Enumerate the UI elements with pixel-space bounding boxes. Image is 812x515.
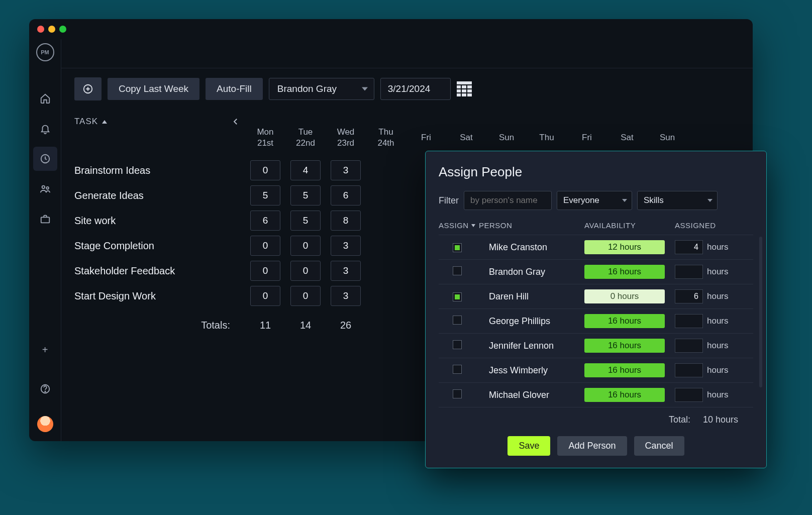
people-icon[interactable]	[33, 177, 57, 201]
window-zoom-icon[interactable]	[59, 26, 66, 33]
total-cell: 26	[326, 320, 366, 331]
person-dropdown[interactable]: Brandon Gray	[269, 78, 374, 100]
hour-cell[interactable]: 0	[290, 261, 321, 281]
hour-cell[interactable]: 6	[331, 185, 361, 205]
window-minimize-icon[interactable]	[48, 26, 55, 33]
task-name[interactable]: Site work	[74, 215, 245, 227]
hour-cell[interactable]: 0	[250, 286, 280, 306]
assigned-hours-input[interactable]	[675, 289, 703, 303]
hours-label: hours	[707, 341, 729, 351]
availability-badge: 16 hours	[584, 339, 665, 353]
assigned-column-header[interactable]: ASSIGNED	[675, 221, 750, 230]
assign-checkbox[interactable]	[453, 266, 462, 275]
hour-cell[interactable]: 5	[250, 185, 280, 205]
filter-label: Filter	[439, 195, 459, 206]
availability-badge: 0 hours	[584, 289, 665, 303]
day-column: Sun	[647, 132, 687, 143]
scope-dropdown[interactable]: Everyone	[557, 191, 632, 210]
assign-checkbox[interactable]	[453, 316, 462, 325]
copy-last-week-button[interactable]: Copy Last Week	[108, 78, 199, 100]
person-dropdown-value: Brandon Gray	[277, 83, 337, 94]
hour-cell[interactable]: 5	[290, 185, 321, 205]
skills-dropdown[interactable]: Skills	[637, 191, 718, 210]
availability-badge: 12 hours	[584, 240, 665, 254]
assigned-hours-input[interactable]	[675, 265, 703, 279]
hour-cell[interactable]: 0	[250, 160, 280, 180]
availability-badge: 16 hours	[584, 388, 665, 402]
task-name[interactable]: Brainstorm Ideas	[74, 165, 245, 176]
briefcase-icon[interactable]	[33, 207, 57, 231]
assigned-hours-input[interactable]	[675, 363, 703, 377]
sort-asc-icon	[102, 120, 107, 124]
task-name[interactable]: Stakeholder Feedback	[74, 265, 245, 277]
total-label: Total:	[669, 415, 690, 425]
scrollbar[interactable]	[759, 237, 762, 387]
hour-cell[interactable]: 8	[331, 211, 361, 231]
availability-badge: 16 hours	[584, 363, 665, 377]
hour-cell[interactable]: 3	[331, 160, 361, 180]
people-table-header: ASSIGN PERSON AVAILABILITY ASSIGNED	[439, 217, 753, 235]
home-icon[interactable]	[33, 86, 57, 111]
assigned-hours-input[interactable]	[675, 314, 703, 328]
hour-cell[interactable]: 0	[290, 236, 321, 256]
day-column: Fri	[567, 132, 607, 143]
total-value: 10 hours	[703, 415, 738, 425]
assign-checkbox[interactable]	[453, 365, 462, 374]
svg-point-1	[42, 186, 45, 189]
help-icon[interactable]	[33, 377, 57, 401]
toolbar: Copy Last Week Auto-Fill Brandon Gray 3/…	[61, 68, 753, 110]
hour-cell[interactable]: 6	[250, 211, 280, 231]
hours-label: hours	[707, 365, 729, 375]
day-column: Fri	[406, 132, 446, 143]
auto-fill-button[interactable]: Auto-Fill	[206, 78, 263, 100]
task-column-header[interactable]: TASK	[74, 117, 245, 127]
day-column: Sat	[446, 132, 486, 143]
person-column-header[interactable]: PERSON	[479, 221, 584, 230]
bell-icon[interactable]	[33, 117, 57, 141]
person-name: Brandon Gray	[489, 267, 584, 277]
person-row: Jennifer Lennon16 hourshours	[439, 334, 753, 358]
window-close-icon[interactable]	[37, 26, 44, 33]
day-column: Mon21st	[245, 127, 285, 149]
assign-checkbox[interactable]	[453, 340, 462, 349]
hour-cell[interactable]: 0	[250, 261, 280, 281]
filter-input[interactable]	[464, 191, 552, 210]
dialog-title: Assign People	[439, 164, 753, 180]
clock-icon[interactable]	[33, 147, 57, 171]
assign-checkbox[interactable]	[453, 389, 462, 398]
hour-cell[interactable]: 3	[331, 236, 361, 256]
task-name[interactable]: Start Design Work	[74, 290, 245, 302]
save-button[interactable]: Save	[508, 436, 550, 456]
availability-badge: 16 hours	[584, 265, 665, 279]
assigned-hours-input[interactable]	[675, 240, 703, 254]
app-logo[interactable]: PM	[36, 43, 54, 61]
availability-column-header[interactable]: AVAILABILITY	[584, 221, 675, 230]
avatar[interactable]	[37, 416, 53, 432]
dialog-total-row: Total: 10 hours	[439, 407, 753, 425]
hour-cell[interactable]: 0	[290, 286, 321, 306]
assign-checkbox[interactable]	[453, 292, 462, 301]
task-name[interactable]: Stage Completion	[74, 240, 245, 252]
hour-cell[interactable]: 5	[290, 211, 321, 231]
add-person-button[interactable]: Add Person	[557, 436, 627, 456]
task-name[interactable]: Generate Ideas	[74, 190, 245, 201]
assign-checkbox[interactable]	[453, 243, 462, 252]
day-column: Thu24th	[366, 127, 406, 149]
date-input[interactable]: 3/21/2024	[380, 78, 451, 100]
add-icon[interactable]: +	[33, 338, 57, 362]
hour-cell[interactable]: 3	[331, 261, 361, 281]
cancel-button[interactable]: Cancel	[634, 436, 684, 456]
day-column: Sun	[486, 132, 527, 143]
rail-icons	[33, 86, 57, 231]
chevron-left-icon[interactable]	[231, 117, 240, 126]
person-row: George Phillips16 hourshours	[439, 309, 753, 334]
hour-cell[interactable]: 0	[250, 236, 280, 256]
hour-cell[interactable]: 3	[331, 286, 361, 306]
hours-label: hours	[707, 242, 729, 252]
svg-point-5	[45, 391, 45, 391]
assigned-hours-input[interactable]	[675, 388, 703, 402]
add-task-button[interactable]	[74, 77, 102, 100]
calendar-icon[interactable]	[457, 81, 472, 96]
hour-cell[interactable]: 4	[290, 160, 321, 180]
assigned-hours-input[interactable]	[675, 339, 703, 353]
